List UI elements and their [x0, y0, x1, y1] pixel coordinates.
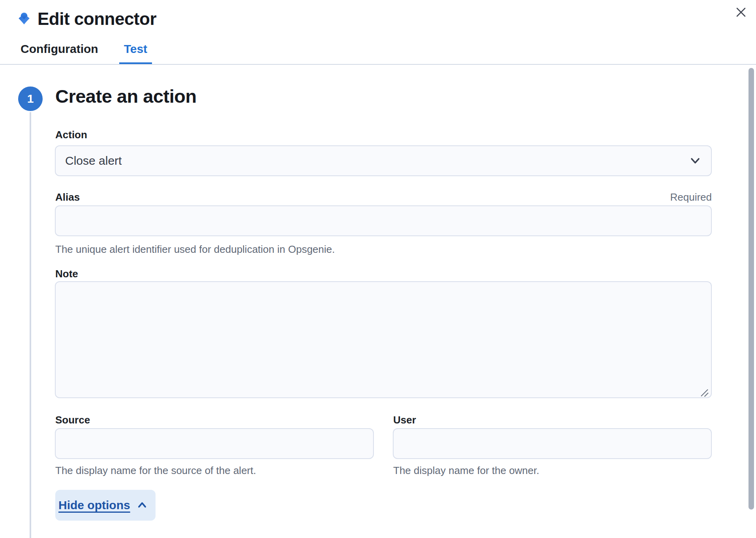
user-label: User: [393, 414, 416, 426]
flyout-title: Edit connector: [38, 9, 156, 28]
close-button[interactable]: [733, 4, 749, 21]
close-icon: [734, 6, 748, 19]
hide-options-label: Hide options: [58, 498, 130, 512]
action-select[interactable]: Close alert: [55, 145, 712, 176]
user-help-text: The display name for the owner.: [393, 465, 539, 477]
source-label: Source: [55, 414, 90, 426]
note-label: Note: [55, 268, 78, 280]
alias-required-badge: Required: [55, 191, 712, 203]
vertical-scrollbar[interactable]: [748, 68, 754, 510]
tab-test[interactable]: Test: [119, 36, 152, 65]
alias-input[interactable]: [55, 205, 712, 236]
step-title: Create an action: [55, 85, 197, 107]
edit-connector-flyout: Edit connector Configuration Test 1 Crea…: [0, 0, 756, 538]
chevron-down-icon: [688, 154, 702, 168]
opsgenie-icon: [17, 12, 31, 26]
flyout-header: Edit connector: [17, 9, 156, 28]
step-number: 1: [27, 92, 34, 105]
tab-configuration[interactable]: Configuration: [16, 36, 103, 65]
note-textarea[interactable]: [55, 281, 712, 398]
alias-help-text: The unique alert identifier used for ded…: [55, 243, 335, 256]
step-connector-line: [30, 112, 31, 538]
chevron-up-icon: [136, 499, 148, 512]
hide-options-button[interactable]: Hide options: [55, 490, 156, 521]
action-label: Action: [55, 129, 87, 141]
source-help-text: The display name for the source of the a…: [55, 465, 256, 477]
tab-bar: Configuration Test: [0, 36, 152, 65]
step-number-badge: 1: [18, 87, 43, 111]
action-select-value: Close alert: [65, 154, 122, 167]
user-input[interactable]: [393, 428, 712, 459]
source-input[interactable]: [55, 428, 374, 459]
textarea-resize-handle-icon[interactable]: [699, 387, 709, 397]
tabs-divider: [0, 64, 756, 65]
